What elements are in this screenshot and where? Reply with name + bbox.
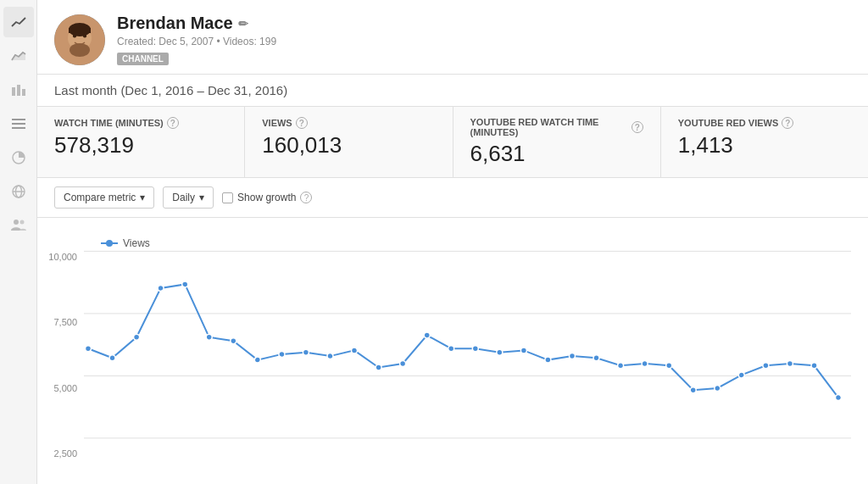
metric-watch-time: WATCH TIME (MINUTES) ? 578,319 bbox=[37, 107, 245, 177]
metric-watch-time-label: WATCH TIME (MINUTES) ? bbox=[54, 117, 227, 129]
y-axis-labels: 10,000 7,500 5,000 2,500 bbox=[37, 226, 84, 476]
svg-point-26 bbox=[86, 346, 92, 352]
date-range: Last month (Dec 1, 2016 – Dec 31, 2016) bbox=[37, 75, 868, 107]
sidebar-icon-pie-chart[interactable] bbox=[3, 142, 34, 173]
svg-rect-1 bbox=[17, 85, 20, 96]
svg-point-44 bbox=[520, 348, 526, 353]
views-help-icon[interactable]: ? bbox=[296, 117, 308, 129]
y-label-7500: 7,500 bbox=[37, 317, 77, 327]
svg-point-54 bbox=[763, 363, 769, 369]
metric-watch-time-value: 578,319 bbox=[54, 132, 227, 159]
svg-rect-2 bbox=[22, 89, 25, 96]
compare-metric-dropdown[interactable]: Compare metric ▾ bbox=[54, 186, 154, 209]
metric-yt-red-watch-time: YOUTUBE RED WATCH TIME (MINUTES) ? 6,631 bbox=[453, 107, 661, 177]
yt-red-watch-time-help-icon[interactable]: ? bbox=[632, 121, 643, 133]
svg-point-56 bbox=[811, 363, 817, 369]
svg-rect-18 bbox=[69, 28, 91, 33]
svg-point-55 bbox=[787, 361, 793, 367]
svg-point-52 bbox=[715, 386, 721, 392]
svg-point-50 bbox=[666, 363, 672, 369]
line-chart: Views bbox=[84, 226, 851, 476]
svg-point-30 bbox=[182, 281, 188, 287]
metric-yt-red-views-label: YOUTUBE RED VIEWS ? bbox=[678, 117, 851, 129]
channel-name-text: Brendan Mace bbox=[117, 14, 233, 33]
main-content: Brendan Mace ✏ Created: Dec 5, 2007 • Vi… bbox=[37, 0, 868, 484]
svg-rect-3 bbox=[12, 119, 25, 120]
svg-point-33 bbox=[254, 357, 260, 363]
metrics-row: WATCH TIME (MINUTES) ? 578,319 VIEWS ? 1… bbox=[37, 107, 868, 178]
sidebar-icon-globe[interactable] bbox=[3, 176, 34, 207]
svg-point-35 bbox=[303, 349, 309, 355]
channel-header: Brendan Mace ✏ Created: Dec 5, 2007 • Vi… bbox=[37, 0, 868, 75]
sidebar-icon-list[interactable] bbox=[3, 108, 34, 139]
svg-point-53 bbox=[738, 372, 744, 378]
show-growth-label[interactable]: Show growth ? bbox=[222, 192, 312, 203]
svg-point-42 bbox=[472, 346, 478, 352]
svg-point-34 bbox=[279, 351, 285, 357]
svg-point-10 bbox=[14, 220, 19, 225]
svg-point-41 bbox=[448, 346, 454, 352]
show-growth-help-icon[interactable]: ? bbox=[300, 192, 312, 203]
metric-yt-red-views-value: 1,413 bbox=[678, 132, 851, 159]
sidebar-icon-bar-chart[interactable] bbox=[3, 75, 34, 105]
svg-point-24 bbox=[106, 240, 113, 247]
metric-yt-red-watch-time-label: YOUTUBE RED WATCH TIME (MINUTES) ? bbox=[470, 117, 643, 137]
watch-time-help-icon[interactable]: ? bbox=[167, 117, 179, 129]
metric-views-value: 160,013 bbox=[262, 132, 435, 159]
daily-dropdown[interactable]: Daily ▾ bbox=[163, 186, 214, 209]
metric-views-label: VIEWS ? bbox=[262, 117, 435, 129]
chart-svg-container: Views bbox=[84, 226, 851, 476]
svg-point-29 bbox=[158, 285, 164, 291]
sidebar-icon-people[interactable] bbox=[3, 210, 34, 241]
svg-point-47 bbox=[593, 355, 599, 361]
svg-point-40 bbox=[424, 332, 430, 338]
sidebar-icon-line-chart[interactable] bbox=[3, 7, 34, 37]
svg-point-51 bbox=[690, 387, 696, 393]
yt-red-views-help-icon[interactable]: ? bbox=[782, 117, 793, 129]
svg-point-49 bbox=[642, 361, 648, 367]
metric-views: VIEWS ? 160,013 bbox=[245, 107, 453, 177]
svg-rect-4 bbox=[12, 123, 25, 125]
svg-point-43 bbox=[497, 349, 503, 355]
svg-point-36 bbox=[327, 353, 333, 359]
edit-icon[interactable]: ✏ bbox=[238, 17, 248, 31]
svg-rect-0 bbox=[12, 87, 15, 96]
metric-yt-red-views: YOUTUBE RED VIEWS ? 1,413 bbox=[661, 107, 868, 177]
sidebar-icon-area-chart[interactable] bbox=[3, 41, 34, 71]
svg-point-11 bbox=[19, 220, 24, 225]
channel-meta: Created: Dec 5, 2007 • Videos: 199 bbox=[117, 36, 276, 47]
y-label-5000: 5,000 bbox=[37, 383, 77, 393]
sidebar bbox=[0, 0, 37, 484]
channel-name-row: Brendan Mace ✏ bbox=[117, 14, 276, 33]
chart-controls: Compare metric ▾ Daily ▾ Show growth ? bbox=[37, 178, 868, 218]
svg-point-48 bbox=[618, 363, 624, 369]
y-label-10000: 10,000 bbox=[37, 252, 77, 262]
svg-point-14 bbox=[70, 43, 90, 57]
avatar bbox=[54, 14, 105, 65]
svg-point-45 bbox=[545, 357, 551, 363]
svg-point-28 bbox=[134, 334, 140, 340]
svg-point-31 bbox=[206, 334, 212, 340]
chevron-down-icon-2: ▾ bbox=[199, 192, 204, 203]
svg-point-32 bbox=[231, 338, 236, 344]
chart-area: 10,000 7,500 5,000 2,500 Views bbox=[37, 218, 868, 484]
channel-info: Brendan Mace ✏ Created: Dec 5, 2007 • Vi… bbox=[117, 14, 276, 65]
chevron-down-icon: ▾ bbox=[140, 192, 145, 203]
svg-point-46 bbox=[570, 353, 576, 359]
svg-rect-5 bbox=[12, 127, 25, 129]
y-label-2500: 2,500 bbox=[37, 448, 77, 459]
metric-yt-red-watch-time-value: 6,631 bbox=[470, 141, 643, 167]
svg-point-38 bbox=[376, 364, 381, 370]
show-growth-checkbox[interactable] bbox=[222, 192, 233, 203]
channel-badge: CHANNEL bbox=[117, 50, 276, 65]
svg-point-39 bbox=[400, 361, 406, 367]
svg-point-57 bbox=[836, 395, 842, 401]
svg-point-37 bbox=[352, 348, 358, 353]
svg-text:Views: Views bbox=[123, 237, 150, 249]
svg-point-27 bbox=[109, 355, 115, 361]
